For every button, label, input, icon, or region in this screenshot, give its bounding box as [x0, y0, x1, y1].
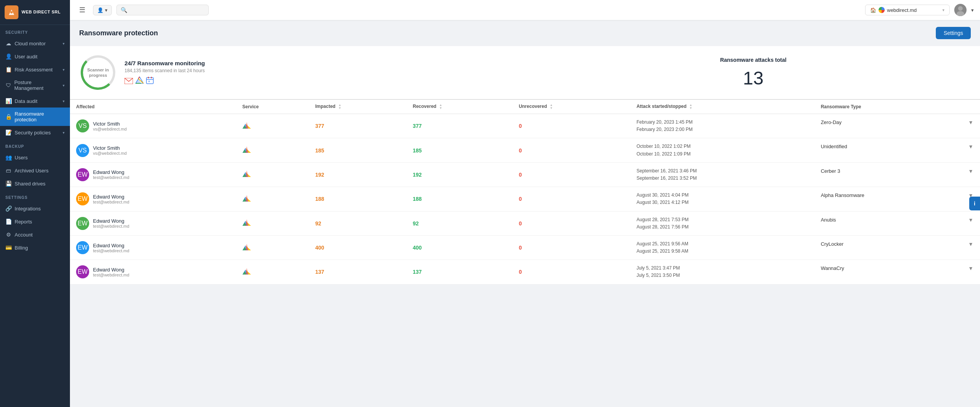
cell-affected: EW Edward Wong test@webdirect.md [70, 235, 236, 260]
topbar: ☰ 👤 ▾ 🔍 🏠 webdirect.md ▾ ▾ [70, 0, 980, 20]
expand-button[interactable]: ▾ [968, 265, 974, 272]
sidebar-item-user-audit[interactable]: 👤 User audit [0, 50, 70, 63]
sidebar-item-label: Shared drives [15, 181, 45, 187]
monitoring-title: 24/7 Ransomware monitoring [125, 60, 205, 66]
sidebar-item-integrations[interactable]: 🔗 Integrations [0, 202, 70, 215]
sidebar-item-ransomware-protection[interactable]: 🔒 Ransomware protection [0, 108, 70, 126]
cell-attack-dates: October 10, 2022 1:02 PM October 10, 202… [630, 138, 814, 162]
expand-button[interactable]: ▾ [968, 119, 974, 126]
cell-recovered: 92 [407, 211, 513, 235]
ransomware-type-value: Anubis [821, 217, 836, 223]
user-email: vs@webdirect.md [93, 151, 127, 156]
sidebar-item-label: Data audit [15, 98, 37, 104]
svg-rect-14 [148, 81, 150, 82]
user-avatar: VS [76, 119, 89, 132]
cell-ransomware-type: Zero-Day ▾ [815, 114, 980, 131]
user-info: Edward Wong test@webdirect.md [93, 243, 129, 253]
expand-button[interactable]: ▾ [968, 143, 974, 150]
sidebar-item-label: Risk Assessment [15, 67, 53, 73]
col-recovered[interactable]: Recovered ▲▼ [407, 100, 513, 114]
security-section-label: SECURITY [0, 25, 70, 37]
cell-affected: EW Edward Wong test@webdirect.md [70, 187, 236, 211]
col-impacted[interactable]: Impacted ▲▼ [309, 100, 407, 114]
sidebar-item-account[interactable]: ⚙ Account [0, 228, 70, 241]
cell-unrecovered: 0 [513, 211, 630, 235]
search-input[interactable] [130, 7, 204, 13]
expand-button[interactable]: ▾ [968, 167, 974, 175]
shared-drives-icon: 💾 [5, 180, 12, 187]
page-title: Ransomware protection [79, 29, 158, 37]
google-calendar-icon [146, 76, 154, 85]
google-drive-icon [135, 76, 144, 85]
cell-unrecovered: 0 [513, 138, 630, 162]
ransomware-table: Affected Service Impacted ▲▼ Recovered ▲… [70, 99, 980, 285]
sidebar-item-posture-management[interactable]: 🛡 Posture Management ▾ [0, 76, 70, 94]
svg-rect-10 [146, 78, 153, 84]
users-icon: 👥 [5, 154, 12, 160]
logo-icon [5, 5, 18, 19]
info-button[interactable]: i [969, 197, 980, 210]
google-drive-icon [243, 243, 251, 251]
user-avatar: EW [76, 265, 89, 278]
sidebar-item-shared-drives[interactable]: 💾 Shared drives [0, 177, 70, 190]
page-content: Ransomware protection Settings Scanner i… [70, 20, 980, 407]
cell-ransomware-type: CryLocker ▾ [815, 236, 980, 252]
cell-attack-dates: July 5, 2021 3:47 PM July 5, 2021 3:50 P… [630, 260, 814, 284]
sidebar-item-users[interactable]: 👥 Users [0, 151, 70, 164]
scanner-card: Scanner inprogress 24/7 Ransomware monit… [70, 46, 527, 99]
sidebar-item-data-audit[interactable]: 📊 Data audit ▾ [0, 94, 70, 108]
cell-ransomware-type: Cerber 3 ▾ [815, 163, 980, 179]
topbar-right: 🏠 webdirect.md ▾ ▾ [865, 4, 974, 16]
sidebar-item-archived-users[interactable]: 🗃 Archived Users [0, 164, 70, 177]
avatar[interactable] [954, 4, 967, 16]
posture-icon: 🛡 [5, 82, 11, 88]
ransomware-type-value: Cerber 3 [821, 168, 840, 174]
user-avatar: EW [76, 217, 89, 230]
user-info: Victor Smith vs@webdirect.md [93, 121, 127, 131]
app-name: WEB DIRECT SRL [22, 10, 61, 15]
user-email: test@webdirect.md [93, 248, 129, 253]
sidebar-item-cloud-monitor[interactable]: ☁ Cloud monitor ▾ [0, 37, 70, 50]
table-row: EW Edward Wong test@webdirect.md 137 137… [70, 260, 980, 284]
service-icons [125, 76, 205, 85]
ransomware-type-value: Zero-Day [821, 119, 842, 125]
expand-button[interactable]: ▾ [968, 216, 974, 223]
user-name: Victor Smith [93, 121, 127, 127]
table-row: EW Edward Wong test@webdirect.md 92 92 0… [70, 211, 980, 235]
cell-recovered: 188 [407, 187, 513, 211]
settings-section-label: SETTINGS [0, 190, 70, 202]
col-unrecovered[interactable]: Unrecovered ▲▼ [513, 100, 630, 114]
user-audit-icon: 👤 [5, 53, 12, 60]
user-name: Edward Wong [93, 169, 129, 175]
svg-marker-6 [136, 79, 141, 83]
menu-button[interactable]: ☰ [76, 4, 88, 16]
expand-button[interactable]: ▾ [968, 240, 974, 248]
cell-service [236, 162, 309, 187]
sidebar-item-risk-assessment[interactable]: 📋 Risk Assessment ▾ [0, 63, 70, 76]
cell-unrecovered: 0 [513, 235, 630, 260]
cell-service [236, 114, 309, 138]
archived-users-icon: 🗃 [5, 167, 12, 174]
sidebar-item-label: Billing [15, 245, 28, 251]
chevron-down-icon: ▾ [63, 41, 65, 46]
attacks-label: Ransomware attacks total [720, 57, 787, 63]
user-email: test@webdirect.md [93, 224, 129, 228]
table-row: EW Edward Wong test@webdirect.md 400 400… [70, 235, 980, 260]
user-name: Edward Wong [93, 243, 129, 248]
cell-recovered: 400 [407, 235, 513, 260]
col-attack-dates[interactable]: Attack started/stopped ▲▼ [630, 100, 814, 114]
sidebar-item-label: Archived Users [15, 168, 48, 174]
data-audit-icon: 📊 [5, 98, 12, 104]
risk-assessment-icon: 📋 [5, 66, 12, 73]
sidebar-item-reports[interactable]: 📄 Reports [0, 215, 70, 228]
google-drive-icon [243, 122, 251, 129]
sidebar-item-security-policies[interactable]: 📝 Security policies ▾ [0, 126, 70, 139]
monitoring-subtitle: 184,135 items scanned in last 24 hours [125, 68, 205, 73]
settings-button[interactable]: Settings [936, 27, 971, 39]
cell-affected: EW Edward Wong test@webdirect.md [70, 260, 236, 284]
cell-recovered: 377 [407, 114, 513, 138]
user-info: Edward Wong test@webdirect.md [93, 218, 129, 228]
sidebar-item-billing[interactable]: 💳 Billing [0, 241, 70, 254]
user-selector[interactable]: 👤 ▾ [93, 5, 112, 15]
domain-bar[interactable]: 🏠 webdirect.md ▾ [865, 5, 950, 15]
